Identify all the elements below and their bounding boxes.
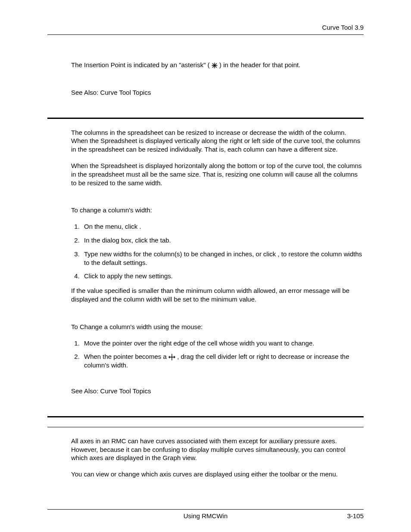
footer-center: Using RMCWin [47, 512, 364, 520]
paragraph: The Insertion Point is indicated by an "… [71, 61, 364, 69]
text: The Insertion Point is indicated by an "… [71, 61, 210, 68]
text: Type new widths for the column(s) to be … [84, 250, 362, 266]
section-axes: All axes in an RMC can have curves assoc… [71, 437, 364, 479]
divider-thick [47, 118, 364, 119]
see-also: See Also: Curve Tool Topics [71, 387, 364, 395]
paragraph: All axes in an RMC can have curves assoc… [71, 437, 364, 462]
text: When the pointer becomes a [84, 353, 168, 360]
list-item: When the pointer becomes a , drag the ce… [81, 352, 364, 370]
section-resize-columns: The columns in the spreadsheet can be re… [71, 128, 364, 395]
page-footer: Using RMCWin 3-105 [47, 509, 364, 512]
list-item: Type new widths for the column(s) to be … [81, 250, 364, 267]
list-item: Move the pointer over the right edge of … [81, 339, 364, 348]
paragraph: If the value specified is smaller than t… [71, 286, 364, 304]
page-header-right: Curve Tool 3.9 [47, 24, 364, 35]
paragraph: To Change a column's width using the mou… [71, 323, 364, 331]
paragraph: The columns in the spreadsheet can be re… [71, 128, 364, 154]
paragraph: When the Spreadsheet is displayed horizo… [71, 162, 364, 187]
page: Curve Tool 3.9 The Insertion Point is in… [0, 0, 411, 532]
section-insertion-point: The Insertion Point is indicated by an "… [71, 61, 364, 97]
divider-thin [47, 427, 364, 427]
see-also: See Also: Curve Tool Topics [71, 88, 364, 97]
list-item: On the menu, click . [81, 222, 364, 231]
text: In the dialog box, click the tab. [84, 236, 171, 244]
text: Move the pointer over the right edge of … [84, 339, 314, 347]
text: On the menu, click . [84, 223, 141, 230]
resize-horizontal-icon [168, 354, 175, 361]
divider-thick [47, 416, 364, 417]
asterisk-icon [212, 62, 218, 68]
text: ) in the header for that point. [219, 61, 300, 68]
ordered-list: Move the pointer over the right edge of … [71, 339, 364, 370]
footer-page-number: 3-105 [347, 512, 364, 520]
list-item: Click to apply the new settings. [81, 272, 364, 280]
ordered-list: On the menu, click . In the dialog box, … [71, 222, 364, 280]
paragraph: You can view or change which axis curves… [71, 470, 364, 479]
paragraph: To change a column's width: [71, 206, 364, 215]
list-item: In the dialog box, click the tab. [81, 236, 364, 245]
text: Click to apply the new settings. [84, 272, 173, 280]
